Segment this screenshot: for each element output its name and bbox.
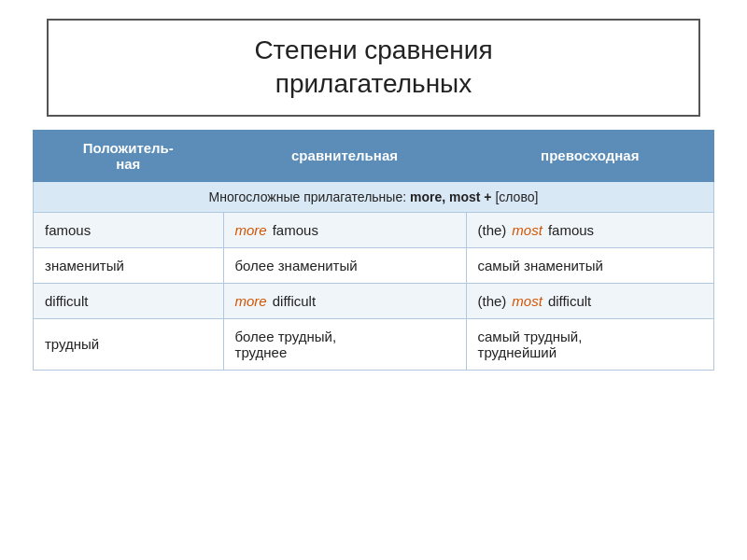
title-line2: прилагательных	[275, 69, 472, 98]
header-superlative: превосходная	[466, 130, 713, 181]
header-comparative: сравнительная	[223, 130, 466, 181]
highlight-most-2: most	[512, 293, 543, 309]
table-row: difficult more difficult (the) most diff…	[34, 283, 714, 318]
subheader-cell: Многосложные прилагательные: more, most …	[34, 181, 714, 212]
subheader-row: Многосложные прилагательные: more, most …	[34, 181, 714, 212]
table-row: знаменитый более знаменитый самый знамен…	[34, 247, 714, 283]
comparison-table: Положитель-ная сравнительная превосходна…	[33, 130, 714, 371]
title-line1: Степени сравнения	[254, 35, 492, 64]
cell-positive-znam: знаменитый	[34, 247, 224, 283]
cell-positive-trudny: трудный	[34, 318, 224, 370]
word-difficult-comp: difficult	[273, 293, 316, 309]
cell-comparative-famous: more famous	[223, 212, 466, 247]
highlight-more-2: more	[235, 293, 267, 309]
cell-superlative-famous: (the) most famous	[466, 212, 713, 247]
cell-superlative-trudny: самый трудный,труднейший	[466, 318, 713, 370]
prefix-the-2: (the)	[478, 293, 507, 309]
title-box: Степени сравнения прилагательных	[47, 19, 700, 117]
highlight-most-1: most	[512, 222, 543, 238]
cell-comparative-trudny: более трудный,труднее	[223, 318, 466, 370]
cell-comparative-znam: более знаменитый	[223, 247, 466, 283]
header-positive: Положитель-ная	[34, 130, 224, 181]
word-famous-sup: famous	[548, 222, 594, 238]
prefix-the-1: (the)	[478, 222, 507, 238]
table-row: famous more famous (the) most famous	[34, 212, 714, 247]
word-famous-comp: famous	[273, 222, 318, 238]
word-difficult-sup: difficult	[548, 293, 591, 309]
cell-superlative-difficult: (the) most difficult	[466, 283, 713, 318]
cell-superlative-znam: самый знаменитый	[466, 247, 713, 283]
cell-positive-difficult: difficult	[34, 283, 224, 318]
page-title: Степени сравнения прилагательных	[77, 34, 670, 102]
highlight-more-1: more	[235, 222, 267, 238]
cell-positive-famous: famous	[34, 212, 224, 247]
table-row: трудный более трудный,труднее самый труд…	[34, 318, 714, 370]
cell-comparative-difficult: more difficult	[223, 283, 466, 318]
